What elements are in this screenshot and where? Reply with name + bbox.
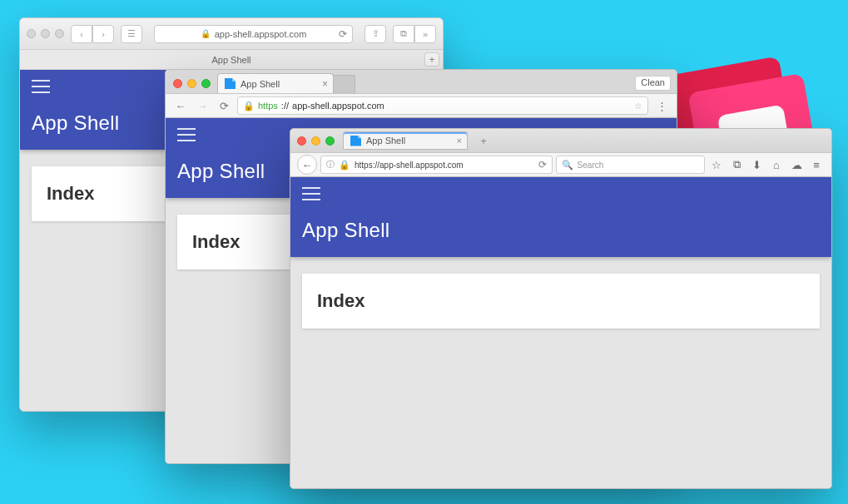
maximize-icon[interactable] (55, 29, 64, 38)
menu-icon[interactable] (177, 128, 196, 141)
minimize-icon[interactable] (187, 79, 196, 88)
clean-button[interactable]: Clean (635, 76, 671, 91)
address-text: app-shell.appspot.com (215, 29, 307, 39)
tab-label[interactable]: App Shell (211, 55, 250, 65)
new-tab-button[interactable]: + (476, 133, 491, 148)
back-button[interactable]: ← (172, 97, 189, 114)
library-icon[interactable]: ⧉ (728, 156, 745, 174)
maximize-icon[interactable] (201, 79, 211, 88)
tab-label: App Shell (366, 136, 405, 146)
firefox-tabstrip: App Shell × + (290, 129, 831, 152)
nav-buttons: ‹ › (71, 25, 114, 43)
browser-tab[interactable]: App Shell × (343, 131, 468, 150)
window-controls[interactable] (27, 29, 64, 38)
url-scheme: https (258, 101, 278, 111)
download-icon[interactable]: ⬇ (748, 156, 765, 174)
sidebar-button[interactable]: ☰ (121, 25, 142, 43)
reload-icon[interactable]: ⟳ (339, 28, 347, 40)
bookmark-icon[interactable]: ☆ (708, 156, 725, 174)
url-rest: app-shell.appspot.com (292, 101, 384, 111)
firefox-window: App Shell × + ← ⓘ 🔒 https://app-shell.ap… (290, 128, 832, 489)
chrome-tabstrip: App Shell × Clean (166, 70, 677, 93)
firefox-toolbar: ← ⓘ 🔒 https://app-shell.appspot.com ⟳ 🔍 … (290, 152, 831, 177)
menu-icon[interactable] (302, 187, 320, 200)
app-title: App Shell (302, 219, 820, 242)
reload-button[interactable]: ⟳ (216, 97, 232, 114)
reload-icon[interactable]: ⟳ (538, 159, 547, 170)
search-bar[interactable]: 🔍 Search (556, 156, 705, 174)
tab-label: App Shell (241, 79, 280, 89)
search-placeholder: Search (578, 161, 604, 170)
safari-tabbar: App Shell + (20, 50, 443, 70)
share-button[interactable]: ⇪ (364, 25, 386, 43)
address-bar[interactable]: 🔒 app-shell.appspot.com ⟳ (154, 25, 353, 43)
menu-icon[interactable] (32, 80, 50, 93)
forward-button[interactable]: → (194, 97, 211, 114)
home-icon[interactable]: ⌂ (768, 156, 785, 174)
tabs-button[interactable]: ⧉ (393, 25, 414, 43)
url-sep: :// (281, 101, 289, 111)
back-button[interactable]: ← (297, 155, 317, 175)
close-tab-icon[interactable]: × (457, 136, 462, 146)
more-button[interactable]: » (414, 25, 436, 43)
menu-icon[interactable]: ≡ (808, 156, 825, 174)
search-icon: 🔍 (562, 160, 573, 170)
minimize-icon[interactable] (41, 29, 50, 38)
background-tab[interactable] (330, 75, 355, 93)
close-icon[interactable] (173, 79, 182, 88)
maximize-icon[interactable] (325, 136, 335, 146)
window-controls[interactable] (297, 136, 335, 146)
menu-button[interactable]: ⋮ (653, 97, 670, 114)
favicon-icon (225, 78, 236, 89)
address-bar[interactable]: 🔒 https://app-shell.appspot.com ☆ (237, 96, 648, 115)
address-bar[interactable]: ⓘ 🔒 https://app-shell.appspot.com ⟳ (320, 156, 553, 174)
url-text: https://app-shell.appspot.com (355, 161, 464, 170)
bookmark-icon[interactable]: ☆ (634, 101, 642, 111)
back-button[interactable]: ‹ (71, 25, 92, 43)
app-header: App Shell (290, 177, 831, 257)
close-icon[interactable] (27, 29, 36, 38)
forward-button[interactable]: › (92, 25, 114, 43)
firefox-content: App Shell Index (290, 177, 831, 488)
content-card: Index (302, 274, 820, 329)
lock-icon: 🔒 (339, 160, 350, 170)
minimize-icon[interactable] (311, 136, 320, 146)
content-heading: Index (317, 290, 805, 312)
safari-titlebar: ‹ › ☰ 🔒 app-shell.appspot.com ⟳ ⇪ ⧉ » (20, 18, 443, 50)
chrome-toolbar: ← → ⟳ 🔒 https://app-shell.appspot.com ☆ … (166, 93, 677, 118)
new-tab-button[interactable]: + (424, 52, 439, 67)
lock-icon: 🔒 (243, 101, 255, 111)
browser-tab[interactable]: App Shell × (217, 73, 334, 93)
close-icon[interactable] (297, 136, 306, 146)
window-controls[interactable] (173, 79, 211, 88)
close-tab-icon[interactable]: × (322, 78, 328, 90)
favicon-icon (350, 136, 361, 146)
pocket-icon[interactable]: ☁ (788, 156, 805, 174)
info-icon[interactable]: ⓘ (326, 159, 335, 170)
lock-icon: 🔒 (201, 29, 211, 38)
